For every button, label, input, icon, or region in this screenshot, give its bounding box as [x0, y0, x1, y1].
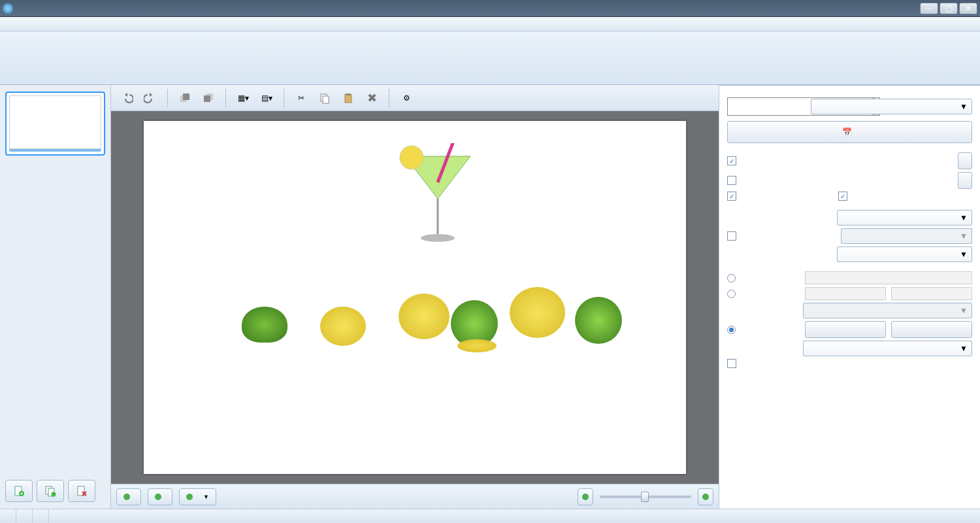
year-spinner[interactable]: ▲▼: [727, 97, 806, 116]
workarea: ▦▾ ▤▾ ✂ ✖ ⚙: [0, 85, 980, 509]
page-tools: [5, 476, 105, 505]
pages-panel: [0, 85, 111, 509]
svg-point-4: [52, 492, 56, 497]
settings-button[interactable]: ⚙: [396, 88, 417, 108]
canvas-viewport[interactable]: [111, 111, 719, 484]
redo-button[interactable]: [140, 88, 161, 108]
center-area: ▦▾ ▤▾ ✂ ✖ ⚙: [111, 85, 719, 509]
svg-point-15: [421, 234, 455, 242]
chk-highlight-sat[interactable]: ✓: [727, 192, 736, 201]
properties-panel: ▲▼ ▼ 📅 ✓ ✓ ✓: [719, 85, 980, 509]
chk-lighten-bg[interactable]: [727, 359, 736, 368]
edit-toolbar: ▦▾ ▤▾ ✂ ✖ ⚙: [111, 85, 719, 111]
color-swatch[interactable]: [805, 271, 972, 284]
tab-principal-body: ▲▼ ▼ 📅 ✓ ✓ ✓: [719, 86, 980, 509]
bring-front-button[interactable]: [174, 88, 195, 108]
ribbon: [0, 31, 980, 85]
maximize-button[interactable]: ▢: [939, 3, 958, 14]
menubar: [0, 17, 980, 31]
second-language-select: ▼: [841, 228, 972, 244]
gradient-swatch-1[interactable]: [805, 287, 886, 300]
calendar-photo: [157, 137, 673, 458]
svg-rect-13: [346, 93, 350, 95]
close-button[interactable]: ✕: [959, 3, 977, 14]
alignment-select[interactable]: ▼: [803, 341, 972, 356]
calendar-canvas[interactable]: [144, 121, 686, 474]
chk-highlight-holidays[interactable]: ✓: [727, 156, 736, 165]
status-type: [16, 509, 33, 523]
zoom-slider[interactable]: [600, 496, 691, 498]
radio-bg-gradient[interactable]: [727, 290, 736, 298]
month-select[interactable]: ▼: [811, 99, 972, 114]
zoom-bar: ▼: [111, 484, 719, 509]
chk-show-holiday-names[interactable]: [727, 176, 736, 185]
add-page-button[interactable]: [5, 480, 33, 502]
month-style-button[interactable]: 📅: [727, 121, 972, 143]
status-bar: [0, 509, 980, 523]
zoom-in-button[interactable]: [578, 488, 593, 505]
grid-button[interactable]: ▼: [179, 488, 216, 505]
titlebar: ─ ▢ ✕: [0, 0, 980, 17]
page-thumbnail[interactable]: [5, 92, 105, 156]
chk-highlight-sun[interactable]: ✓: [838, 192, 847, 201]
paste-button[interactable]: [338, 88, 359, 108]
undo-button[interactable]: [116, 88, 137, 108]
copy-button[interactable]: [314, 88, 335, 108]
distribute-button[interactable]: ▤▾: [256, 88, 277, 108]
status-size: [33, 509, 49, 523]
zoom-100-button[interactable]: [148, 488, 172, 505]
radio-bg-image[interactable]: [727, 326, 736, 334]
gradient-type-select: ▼: [803, 303, 972, 318]
delete-button[interactable]: ✖: [361, 88, 382, 108]
minimize-button[interactable]: ─: [920, 3, 938, 14]
duplicate-page-button[interactable]: [37, 480, 64, 502]
language-select[interactable]: ▼: [837, 210, 972, 226]
chk-second-lang[interactable]: [727, 231, 736, 241]
svg-rect-7: [183, 93, 189, 100]
status-project: [0, 509, 16, 523]
svg-rect-11: [323, 96, 329, 103]
thumbnail-preview: [9, 95, 101, 149]
thumbnail-caption: [9, 149, 101, 152]
gradient-swatch-2[interactable]: [891, 287, 972, 300]
fit-button[interactable]: [116, 488, 141, 505]
radio-bg-color[interactable]: [727, 274, 736, 282]
zoom-out-button[interactable]: [698, 488, 713, 505]
send-back-button[interactable]: [198, 88, 219, 108]
align-button[interactable]: ▦▾: [233, 88, 253, 108]
calendar-icon: 📅: [842, 127, 852, 137]
select-file-button[interactable]: [891, 321, 972, 338]
svg-rect-9: [204, 95, 210, 102]
cut-button[interactable]: ✂: [291, 88, 312, 108]
app-icon: [3, 3, 13, 14]
svg-point-16: [400, 146, 423, 169]
customize-holidays-button[interactable]: [958, 152, 972, 169]
delete-page-button[interactable]: [68, 480, 95, 502]
holiday-names-button[interactable]: [958, 172, 972, 189]
gallery-button[interactable]: [805, 321, 886, 338]
week-start-select[interactable]: ▼: [837, 246, 972, 262]
